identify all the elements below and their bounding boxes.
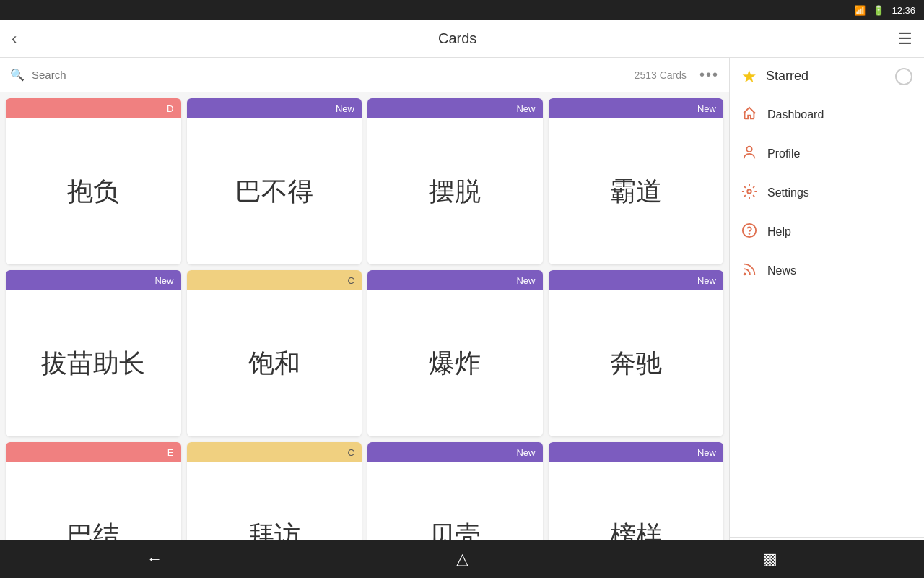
card-item[interactable]: New榜样 (549, 442, 724, 540)
card-header: C (187, 270, 362, 290)
card-header: E (6, 442, 181, 462)
card-header: New (367, 98, 543, 118)
card-header: D (6, 98, 181, 118)
card-header: New (367, 270, 543, 290)
search-icon: 🔍 (10, 68, 25, 82)
card-item[interactable]: New爆炸 (367, 270, 543, 436)
search-bar: 🔍 2513 Cards ••• (0, 58, 729, 92)
card-text: 榜样 (549, 462, 724, 540)
back-nav-button[interactable]: ← (147, 550, 162, 569)
time-display: 12:36 (892, 5, 915, 16)
star-icon: ★ (741, 66, 757, 87)
bottom-nav: ← △ ▩ (0, 540, 924, 578)
rss-icon (741, 262, 757, 280)
sidebar-item-dashboard[interactable]: Dashboard (730, 95, 924, 134)
card-header: New (6, 270, 181, 290)
card-item[interactable]: New巴不得 (187, 98, 362, 264)
sidebar-item-news[interactable]: News (730, 251, 924, 290)
svg-point-3 (749, 233, 750, 234)
sidebar: ★ Starred DashboardProfileSettingsHelpNe… (729, 58, 924, 540)
card-text: 巴不得 (187, 118, 362, 264)
cards-grid: D抱负New巴不得New摆脱New霸道New拔苗助长C饱和New爆炸New奔驰E… (0, 92, 729, 540)
more-options-button[interactable]: ••• (699, 66, 719, 83)
card-text: 巴结 (6, 462, 181, 540)
card-item[interactable]: C拜访 (187, 442, 362, 540)
card-header: C (187, 442, 362, 462)
card-item[interactable]: D抱负 (6, 98, 181, 264)
house-icon (741, 105, 757, 124)
card-header: New (549, 98, 724, 118)
card-header: New (367, 442, 543, 462)
card-item[interactable]: New贝壳 (367, 442, 543, 540)
sidebar-item-dashboard-label: Dashboard (767, 108, 824, 121)
sidebar-item-help-label: Help (767, 225, 791, 238)
svg-point-4 (744, 274, 746, 275)
sidebar-menu: DashboardProfileSettingsHelpNews (730, 95, 924, 534)
card-header: New (549, 270, 724, 290)
card-text: 摆脱 (367, 118, 543, 264)
card-item[interactable]: New拔苗助长 (6, 270, 181, 436)
card-text: 爆炸 (367, 290, 543, 436)
card-text: 霸道 (549, 118, 724, 264)
card-text: 贝壳 (367, 462, 543, 540)
card-item[interactable]: New奔驰 (549, 270, 724, 436)
person-icon (741, 144, 757, 163)
wifi-icon: 📶 (854, 5, 866, 16)
card-text: 拜访 (187, 462, 362, 540)
search-input[interactable] (32, 69, 627, 81)
card-header: New (187, 98, 362, 118)
starred-label: Starred (766, 69, 808, 84)
sidebar-item-settings-label: Settings (767, 186, 809, 199)
top-nav: ‹ Cards ☰ (0, 20, 924, 58)
card-item[interactable]: E巴结 (6, 442, 181, 540)
question-icon (741, 223, 757, 241)
sidebar-item-settings[interactable]: Settings (730, 173, 924, 212)
battery-icon: 🔋 (873, 5, 884, 16)
sidebar-item-news-label: News (767, 264, 796, 277)
menu-button[interactable]: ☰ (898, 30, 912, 48)
card-item[interactable]: New摆脱 (367, 98, 543, 264)
recent-nav-button[interactable]: ▩ (762, 550, 777, 569)
cards-count: 2513 Cards (635, 69, 687, 81)
home-nav-button[interactable]: △ (456, 550, 468, 569)
svg-point-0 (746, 147, 751, 152)
card-text: 奔驰 (549, 290, 724, 436)
cards-area: 🔍 2513 Cards ••• D抱负New巴不得New摆脱New霸道New拔… (0, 58, 729, 540)
card-item[interactable]: New霸道 (549, 98, 724, 264)
sidebar-item-profile-label: Profile (767, 147, 800, 160)
card-item[interactable]: C饱和 (187, 270, 362, 436)
sidebar-starred-section: ★ Starred (730, 58, 924, 95)
card-text: 拔苗助长 (6, 290, 181, 436)
sidebar-divider (730, 537, 924, 538)
main-layout: 🔍 2513 Cards ••• D抱负New巴不得New摆脱New霸道New拔… (0, 58, 924, 540)
svg-point-1 (747, 189, 751, 194)
page-title: Cards (438, 30, 476, 47)
status-bar: 📶 🔋 12:36 (0, 0, 924, 20)
card-text: 抱负 (6, 118, 181, 264)
card-header: New (549, 442, 724, 462)
gear-icon (741, 184, 757, 202)
back-button[interactable]: ‹ (12, 30, 17, 48)
sidebar-item-help[interactable]: Help (730, 212, 924, 251)
sidebar-item-profile[interactable]: Profile (730, 134, 924, 173)
card-text: 饱和 (187, 290, 362, 436)
starred-toggle-button[interactable] (895, 68, 912, 85)
